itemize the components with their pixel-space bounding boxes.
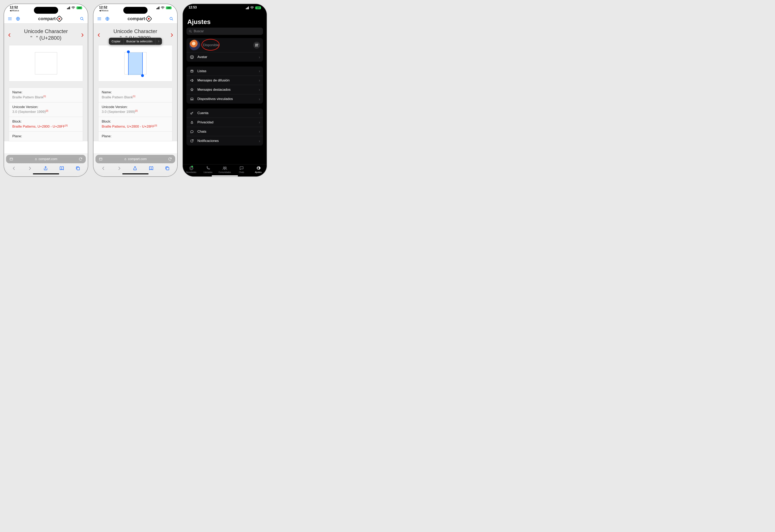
settings-screen: Ajustes Buscar Disponible	[183, 15, 267, 164]
next-char-arrow[interactable]: ›	[170, 30, 173, 39]
safari-bottom-bar: compart.com	[4, 153, 88, 176]
text-selection-menu: Copiar Buscar la selección	[109, 38, 162, 45]
search-field[interactable]: Buscar	[186, 28, 263, 35]
info-block: Block: Braille Patterns, U+2800 - U+28FF…	[9, 117, 83, 132]
row-cuenta[interactable]: Cuenta›	[186, 108, 263, 118]
svg-rect-9	[166, 167, 169, 170]
row-listas[interactable]: Listas›	[186, 67, 263, 76]
site-header: compart	[4, 15, 88, 24]
profile-row[interactable]: Disponible	[186, 38, 263, 52]
qr-code-button[interactable]	[253, 42, 260, 49]
home-indicator[interactable]	[33, 173, 59, 174]
tab-chats[interactable]: Chats	[233, 166, 250, 173]
back-to-app[interactable]: ◀ Música	[99, 9, 108, 12]
refresh-icon[interactable]	[78, 157, 82, 161]
tab-comunidades[interactable]: Comunidades	[217, 166, 233, 173]
svg-point-18	[191, 71, 192, 71]
refresh-icon[interactable]	[168, 157, 172, 161]
info-version: Unicode Version: 3.0 (September 1999)[2]	[9, 102, 83, 117]
svg-point-24	[190, 167, 192, 169]
lock-icon	[124, 158, 127, 160]
selection-handle-end[interactable]	[141, 74, 144, 77]
bookmarks-icon[interactable]	[148, 166, 154, 171]
brand-logo[interactable]: compart	[127, 16, 151, 21]
profile-card: Disponible Avatar ›	[186, 38, 263, 62]
row-privacidad[interactable]: Privacidad›	[186, 118, 263, 127]
tab-llamadas[interactable]: Llamadas	[200, 166, 217, 173]
menu-more-icon[interactable]	[155, 38, 162, 45]
glyph-box[interactable]	[124, 52, 146, 74]
svg-rect-7	[99, 158, 102, 160]
prev-char-arrow[interactable]: ‹	[97, 30, 100, 39]
share-icon[interactable]	[43, 166, 48, 171]
globe-icon[interactable]	[16, 17, 20, 21]
glyph-box[interactable]	[35, 52, 57, 74]
character-info-list: Name: Braille Pattern Blank[1] Unicode V…	[98, 87, 172, 141]
home-indicator[interactable]	[122, 173, 148, 174]
dynamic-island	[213, 7, 237, 14]
back-to-app[interactable]: ◀ Música	[10, 9, 19, 12]
svg-point-23	[192, 140, 193, 141]
menu-copy[interactable]: Copiar	[109, 38, 123, 45]
svg-point-26	[223, 167, 225, 168]
text-selection[interactable]	[128, 52, 143, 75]
dynamic-island	[123, 7, 147, 14]
tab-bar: Novedades Llamadas Comunidades Chats Aju…	[183, 164, 267, 174]
address-bar[interactable]: compart.com	[95, 155, 175, 163]
status-dot-icon	[191, 166, 193, 167]
character-preview	[9, 45, 83, 81]
home-indicator[interactable]	[212, 175, 238, 176]
svg-rect-4	[77, 167, 79, 170]
tabs-icon[interactable]	[75, 166, 80, 171]
profile-avatar	[189, 40, 200, 51]
search-icon[interactable]	[169, 17, 173, 21]
tab-novedades[interactable]: Novedades	[183, 166, 200, 173]
cell-signal-icon	[67, 6, 70, 9]
prev-char-arrow[interactable]: ‹	[8, 30, 11, 39]
share-icon[interactable]	[132, 166, 137, 171]
svg-point-27	[225, 167, 227, 168]
info-name: Name: Braille Pattern Blank[1]	[98, 88, 172, 102]
menu-icon[interactable]	[97, 17, 101, 21]
row-destacados[interactable]: Mensajes destacados›	[186, 85, 263, 94]
chevron-right-icon: ›	[259, 55, 260, 59]
row-notificaciones[interactable]: Notificaciones›	[186, 136, 263, 146]
address-bar[interactable]: compart.com	[6, 155, 86, 163]
selection-handle-start[interactable]	[127, 50, 130, 53]
chat-bubble-icon	[189, 130, 195, 134]
search-icon	[188, 29, 192, 33]
menu-search-selection[interactable]: Buscar la selección	[123, 38, 155, 45]
url-domain: compart.com	[39, 157, 57, 161]
character-preview: Copiar Buscar la selección	[98, 45, 172, 81]
search-icon[interactable]	[80, 17, 84, 21]
laptop-icon	[189, 97, 195, 101]
battery-icon: 100	[255, 6, 261, 9]
megaphone-icon	[189, 78, 195, 82]
back-icon[interactable]	[101, 166, 106, 171]
clock-time: 12:52	[10, 6, 19, 9]
svg-rect-3	[35, 159, 37, 160]
avatar-row[interactable]: Avatar ›	[186, 52, 263, 62]
brand-logo[interactable]: compart	[38, 16, 62, 21]
back-icon[interactable]	[11, 166, 16, 171]
menu-icon[interactable]	[8, 17, 12, 21]
wifi-icon	[250, 6, 254, 10]
reader-icon[interactable]	[99, 157, 103, 161]
row-chats[interactable]: Chats›	[186, 127, 263, 136]
svg-point-15	[191, 56, 191, 57]
tab-ajustes[interactable]: Ajustes	[250, 166, 267, 173]
dynamic-island	[34, 7, 58, 14]
profile-status: Disponible	[203, 43, 219, 47]
bookmarks-icon[interactable]	[59, 166, 64, 171]
globe-icon[interactable]	[105, 17, 109, 21]
svg-point-16	[192, 56, 193, 57]
next-char-arrow[interactable]: ›	[81, 30, 84, 39]
cell-signal-icon	[156, 6, 159, 9]
reader-icon[interactable]	[9, 157, 13, 161]
search-placeholder: Buscar	[194, 29, 204, 33]
row-dispositivos[interactable]: Dispositivos vinculados›	[186, 94, 263, 104]
key-icon	[189, 111, 195, 115]
tabs-icon[interactable]	[165, 166, 170, 171]
row-difusion[interactable]: Mensajes de difusión›	[186, 76, 263, 85]
cell-signal-icon	[246, 6, 249, 9]
